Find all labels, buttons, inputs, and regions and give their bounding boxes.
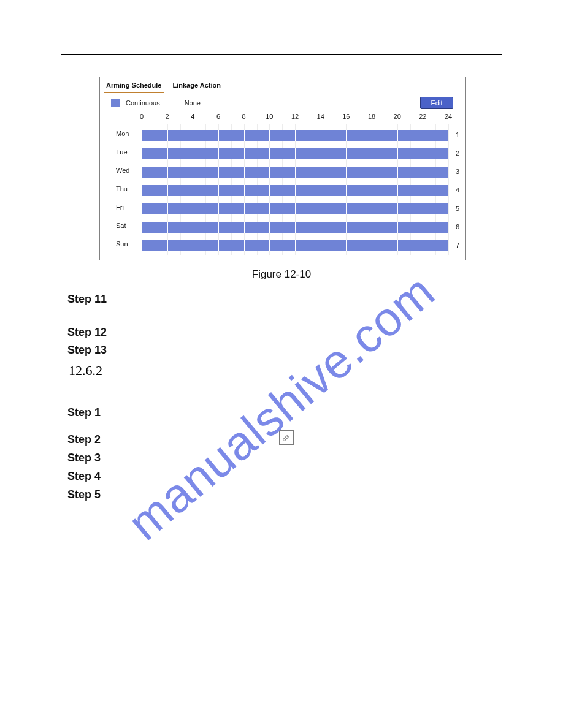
hour-tick-label: 12 (291, 113, 299, 120)
schedule-bar[interactable] (142, 203, 448, 214)
legend-swatch-continuous (111, 99, 120, 107)
step-11-label: Step 11 (67, 293, 107, 306)
hour-tick-label: 16 (342, 113, 350, 120)
edit-button[interactable]: Edit (420, 97, 453, 109)
hour-tick-label: 10 (266, 113, 273, 120)
day-label: Thu (116, 185, 137, 192)
day-label: Fri (116, 203, 137, 211)
step-13-label: Step 13 (67, 344, 107, 357)
legend-row: Continuous None Edit (100, 93, 465, 112)
step-12-label: Step 12 (67, 326, 107, 339)
schedule-bar[interactable] (142, 167, 448, 178)
row-index-label: 4 (452, 186, 459, 194)
section-number: 12.6.2 (69, 363, 102, 379)
legend-label-none: None (185, 99, 201, 107)
figure-caption: Figure 12-10 (0, 268, 563, 281)
hour-tick-label: 20 (394, 113, 401, 120)
tab-linkage-action[interactable]: Linkage Action (170, 80, 223, 93)
hour-tick-label: 0 (140, 113, 144, 120)
day-label: Sun (116, 240, 137, 248)
row-index-label: 1 (452, 131, 459, 138)
row-index-label: 7 (452, 241, 459, 249)
hour-tick-label: 18 (368, 113, 375, 120)
step-4-label: Step 4 (67, 470, 101, 483)
legend-label-continuous: Continuous (126, 99, 160, 107)
page: Arming Schedule Linkage Action Continuou… (0, 0, 563, 728)
step-3-label: Step 3 (67, 452, 101, 464)
row-index-label: 5 (452, 205, 459, 212)
schedule-rows: Mon1Tue2Wed3Thu4Fri5Sat6Sun7 (106, 126, 459, 256)
watermark-text: manualshive.com (118, 264, 446, 552)
schedule-row[interactable]: Fri5 (106, 200, 459, 218)
schedule-row[interactable]: Sun7 (106, 237, 459, 255)
schedule-row[interactable]: Sat6 (106, 218, 459, 237)
day-label: Wed (116, 167, 137, 174)
schedule-bar[interactable] (142, 130, 448, 141)
hour-tick-label: 6 (216, 113, 220, 120)
arming-schedule-panel: Arming Schedule Linkage Action Continuou… (99, 77, 466, 260)
hours-axis: 024681012141618202224 (142, 113, 448, 123)
hour-tick-label: 4 (191, 113, 194, 120)
panel-tabs: Arming Schedule Linkage Action (100, 77, 465, 93)
schedule-row[interactable]: Wed3 (106, 163, 459, 181)
schedule-row[interactable]: Tue2 (106, 145, 459, 163)
schedule-bar[interactable] (142, 148, 448, 159)
day-label: Tue (116, 148, 137, 156)
step-1-label: Step 1 (67, 406, 101, 419)
schedule-row[interactable]: Thu4 (106, 181, 459, 200)
row-index-label: 3 (452, 168, 459, 175)
hour-tick-label: 14 (317, 113, 324, 120)
day-label: Sat (116, 222, 137, 229)
hour-tick-label: 22 (419, 113, 426, 120)
row-index-label: 2 (452, 150, 459, 157)
hour-tick-label: 8 (242, 113, 246, 120)
row-index-label: 6 (452, 223, 459, 230)
schedule-bar[interactable] (142, 240, 448, 251)
hour-tick-label: 24 (445, 113, 452, 120)
hour-tick-label: 2 (166, 113, 169, 120)
header-rule (61, 54, 502, 55)
edit-square-icon (279, 430, 294, 445)
schedule-row[interactable]: Mon1 (106, 126, 459, 145)
step-2-label: Step 2 (67, 433, 101, 446)
schedule-grid: 024681012141618202224 Mon1Tue2Wed3Thu4Fr… (100, 113, 465, 256)
day-label: Mon (116, 130, 137, 137)
schedule-bar[interactable] (142, 222, 448, 233)
step-5-label: Step 5 (67, 488, 101, 501)
legend-swatch-none (170, 99, 178, 107)
tab-arming-schedule[interactable]: Arming Schedule (104, 80, 164, 93)
schedule-bar[interactable] (142, 185, 448, 196)
